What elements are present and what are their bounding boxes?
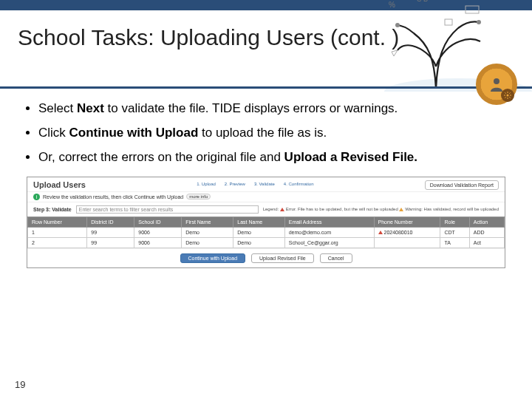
bullet-item: Or, correct the errors on the original f… xyxy=(38,149,499,166)
cell: School_Ce@ggar.org xyxy=(284,237,374,248)
svg-line-14 xyxy=(505,97,506,98)
phone-value: 2024080010 xyxy=(383,230,412,235)
svg-rect-5 xyxy=(445,19,452,25)
user-settings-badge-icon xyxy=(476,64,517,105)
upload-users-screenshot: Upload Users 1. Upload 2. Preview 3. Val… xyxy=(27,177,505,268)
bullet-list: Select Next to validate the file. TIDE d… xyxy=(18,100,499,166)
cell: 9006 xyxy=(134,237,182,248)
header-top-bar xyxy=(0,0,532,10)
header-rule xyxy=(0,86,532,89)
step-preview[interactable]: 2. Preview xyxy=(222,182,248,186)
cancel-button[interactable]: Cancel xyxy=(320,253,352,263)
action-buttons: Continue with Upload Upload Revised File… xyxy=(27,248,505,267)
svg-point-7 xyxy=(507,95,509,97)
step-upload[interactable]: 1. Upload xyxy=(194,182,218,186)
cell: 99 xyxy=(87,237,134,248)
cell: CDT xyxy=(440,227,469,237)
error-triangle-icon xyxy=(280,208,284,211)
step-validate[interactable]: 3. Validate xyxy=(252,182,277,186)
review-text: Review the validation results, then clic… xyxy=(43,194,183,200)
bullet-bold: Upload a Revised File. xyxy=(284,150,417,164)
bullet-text: to validate the file. TIDE displays erro… xyxy=(104,101,398,115)
col-row-number: Row Number xyxy=(28,216,87,227)
cell: Demo xyxy=(233,227,284,237)
col-first-name: First Name xyxy=(182,216,233,227)
validation-table: Row Number District ID School ID First N… xyxy=(27,216,505,248)
cell: demo@demo.com xyxy=(284,227,374,237)
cell: TA xyxy=(440,237,469,248)
panel-title: Upload Users xyxy=(33,180,86,189)
bullet-bold: Continue with Upload xyxy=(69,126,199,140)
legend-label: Legend: xyxy=(263,207,279,211)
filter-input[interactable]: Enter search terms to filter search resu… xyxy=(76,205,259,214)
bullet-bold: Next xyxy=(77,101,104,115)
cell: 2 xyxy=(28,237,87,248)
col-email: Email Address xyxy=(284,216,374,227)
cell: Demo xyxy=(233,237,284,248)
cell xyxy=(374,237,440,248)
info-icon: i xyxy=(33,194,40,200)
slide-header: % C B School Tasks: Uploading Users (con… xyxy=(0,0,532,89)
col-phone: Phone Number xyxy=(374,216,440,227)
page-number: 19 xyxy=(15,379,25,390)
cell: ADD xyxy=(469,227,504,237)
upload-revised-file-button[interactable]: Upload Revised File xyxy=(251,253,314,263)
gear-icon xyxy=(501,89,514,102)
cell-phone-error: 2024080010 xyxy=(374,227,440,237)
error-triangle-icon xyxy=(378,231,383,234)
svg-line-15 xyxy=(509,92,511,94)
bullet-item: Select Next to validate the file. TIDE d… xyxy=(38,100,499,117)
page-title: School Tasks: Uploading Users (cont. ) xyxy=(18,25,514,50)
svg-line-12 xyxy=(505,92,506,94)
col-last-name: Last Name xyxy=(233,216,284,227)
warning-triangle-icon xyxy=(399,208,403,211)
svg-line-13 xyxy=(509,97,511,98)
cell: 99 xyxy=(87,227,134,237)
review-instruction: i Review the validation results, then cl… xyxy=(27,191,505,202)
bullet-text: Select xyxy=(38,101,77,115)
svg-point-4 xyxy=(477,20,481,24)
continue-with-upload-button[interactable]: Continue with Upload xyxy=(180,253,246,263)
col-district-id: District ID xyxy=(87,216,134,227)
legend-error-text: Error. File has to be updated, but the w… xyxy=(286,207,398,211)
cell: Act xyxy=(469,237,504,248)
download-validation-report-button[interactable]: Download Validation Report xyxy=(425,180,499,190)
legend: Legend: Error. File has to be updated, b… xyxy=(263,207,499,211)
cell: Demo xyxy=(182,227,233,237)
col-role: Role xyxy=(440,216,469,227)
cell: 9006 xyxy=(134,227,182,237)
step-confirmation[interactable]: 4. Confirmation xyxy=(282,182,316,186)
bullet-item: Click Continue with Upload to upload the… xyxy=(38,125,499,142)
table-row: 2 99 9006 Demo Demo School_Ce@ggar.org T… xyxy=(28,237,505,248)
col-action: Action xyxy=(469,216,504,227)
step-label: Step 3: Validate xyxy=(33,207,72,212)
cell: Demo xyxy=(182,237,233,248)
legend-warning-text: Warning: Has validated, record will be u… xyxy=(405,207,499,211)
table-row: 1 99 9006 Demo Demo demo@demo.com 202408… xyxy=(28,227,505,237)
bullet-text: to upload the file as is. xyxy=(198,126,327,140)
bullet-text: Or, correct the errors on the original f… xyxy=(38,150,284,164)
col-school-id: School ID xyxy=(134,216,182,227)
bullet-text: Click xyxy=(38,126,69,140)
more-info-pill[interactable]: more info xyxy=(186,194,211,200)
wizard-stepper: 1. Upload 2. Preview 3. Validate 4. Conf… xyxy=(194,182,316,186)
cell: 1 xyxy=(28,227,87,237)
svg-point-6 xyxy=(494,78,499,84)
